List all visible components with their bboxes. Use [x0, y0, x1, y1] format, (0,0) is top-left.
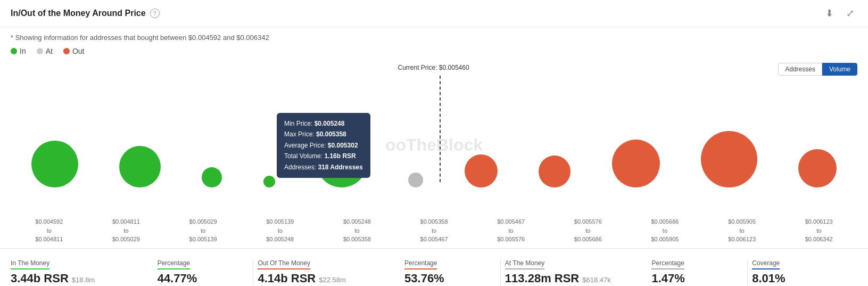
- price-label-2: $0.005029to$0.005139: [164, 217, 242, 244]
- legend-dot-in: [11, 48, 17, 54]
- bubble-6: [465, 154, 498, 187]
- stat-label-out: Out Of The Money: [258, 259, 310, 269]
- stat-pct-label-at: Percentage: [651, 259, 684, 269]
- price-label-3: $0.005139to$0.005248: [242, 217, 319, 244]
- stat-out-sub: $22.58m: [319, 276, 346, 284]
- separator-1: [253, 259, 253, 285]
- bubble-col-2: [202, 167, 222, 187]
- stats-row: In The Money 3.44b RSR $18.8m Percentage…: [0, 253, 868, 287]
- separator-2: [500, 259, 501, 285]
- tooltip-max-price: Max Price: $0.005358: [284, 129, 363, 140]
- legend-in: In: [11, 47, 26, 55]
- legend-dot-at: [37, 48, 43, 54]
- price-label-0: $0.004592to$0.004811: [11, 217, 88, 244]
- legend-out: Out: [63, 47, 85, 55]
- stat-out-value: 4.14b RSR: [258, 272, 316, 285]
- toggle-volume[interactable]: Volume: [822, 63, 857, 76]
- bubble-col-7: [539, 156, 571, 187]
- bubble-col-10: [798, 149, 837, 187]
- help-icon[interactable]: ?: [150, 9, 160, 18]
- price-label-1: $0.004811to$0.005029: [88, 217, 165, 244]
- legend: In At Out: [0, 44, 868, 61]
- legend-label-in: In: [20, 47, 26, 55]
- stat-coverage: Coverage 8.01%: [752, 259, 857, 285]
- bubble-0: [31, 141, 78, 187]
- stat-label-in: In The Money: [11, 259, 49, 269]
- bubble-9: [701, 131, 757, 187]
- price-label-4: $0.005248to$0.005358: [319, 217, 396, 244]
- stat-out-pct-block: Percentage 53.76%: [404, 259, 496, 285]
- bubble-2: [202, 167, 222, 187]
- view-toggles: Addresses Volume: [0, 61, 868, 76]
- stat-in-value: 3.44b RSR: [11, 272, 69, 285]
- stat-label-coverage: Coverage: [752, 259, 780, 269]
- stat-in-the-money: In The Money 3.44b RSR $18.8m: [11, 259, 158, 285]
- subtitle: * Showing information for addresses that…: [0, 27, 868, 44]
- stat-pct-label-out: Percentage: [404, 259, 437, 269]
- bubble-col-6: [465, 154, 498, 187]
- stat-out-pct: 53.76%: [404, 272, 444, 285]
- chart-area: ooTheBlock Current Price: $0.005460 Min …: [0, 76, 868, 214]
- header-actions: ⬇ ⤢: [822, 6, 857, 20]
- header-left: In/Out of the Money Around Price ?: [11, 9, 160, 18]
- toggle-addresses[interactable]: Addresses: [778, 63, 822, 76]
- tooltip-addresses: Addresses: 318 Addresses: [284, 162, 363, 173]
- price-labels-row: $0.004592to$0.004811$0.004811to$0.005029…: [0, 214, 868, 244]
- stat-in-pct: 44.77%: [158, 272, 197, 285]
- stat-in-sub: $18.8m: [72, 276, 95, 284]
- bubble-5: [408, 173, 423, 187]
- download-button[interactable]: ⬇: [822, 6, 837, 20]
- bubble-col-5: [408, 173, 423, 187]
- header: In/Out of the Money Around Price ? ⬇ ⤢: [0, 0, 868, 27]
- expand-button[interactable]: ⤢: [843, 6, 857, 20]
- bubble-col-8: [612, 140, 660, 187]
- bubble-3: [263, 176, 275, 187]
- legend-dot-out: [63, 48, 70, 54]
- stat-at-pct-block: Percentage 1.47%: [651, 259, 743, 285]
- stat-coverage-pct: 8.01%: [752, 272, 785, 285]
- price-label-10: $0.006123to$0.006342: [780, 217, 857, 244]
- price-label-8: $0.005686to$0.005905: [626, 217, 704, 244]
- tooltip-total-vol: Total Volume: 1.16b RSR: [284, 151, 363, 161]
- stat-label-at: At The Money: [505, 259, 544, 269]
- stat-at-pct: 1.47%: [651, 272, 684, 285]
- price-label-6: $0.005467to$0.005576: [473, 217, 550, 244]
- separator-3: [747, 259, 748, 285]
- bubble-col-1: [119, 146, 161, 187]
- price-label-7: $0.005576to$0.005686: [549, 217, 626, 244]
- price-label-5: $0.005358to$0.005467: [395, 217, 473, 244]
- bubble-col-3: [263, 176, 275, 187]
- tooltip-avg-price: Average Price: $0.005302: [284, 140, 363, 151]
- stat-in-pct-block: Percentage 44.77%: [158, 259, 249, 285]
- stat-at-value: 113.28m RSR: [505, 272, 579, 285]
- stat-at-the-money: At The Money 113.28m RSR $618.47k: [505, 259, 652, 285]
- stat-pct-label-in: Percentage: [158, 259, 190, 269]
- bubble-8: [612, 140, 660, 187]
- page-title: In/Out of the Money Around Price: [11, 9, 146, 18]
- tooltip: Min Price: $0.005248 Max Price: $0.00535…: [277, 113, 370, 178]
- tooltip-min-price: Min Price: $0.005248: [284, 118, 363, 129]
- bubble-col-9: [701, 131, 757, 187]
- stat-out-the-money: Out Of The Money 4.14b RSR $22.58m: [258, 259, 404, 285]
- stat-at-sub: $618.47k: [582, 276, 611, 284]
- bubble-1: [119, 146, 161, 187]
- legend-label-at: At: [46, 47, 53, 55]
- main-container: In/Out of the Money Around Price ? ⬇ ⤢ *…: [0, 0, 868, 286]
- legend-at: At: [37, 47, 53, 55]
- price-label-9: $0.005905to$0.006123: [704, 217, 781, 244]
- bubble-col-0: [31, 141, 78, 187]
- bubble-10: [798, 149, 837, 187]
- legend-label-out: Out: [72, 47, 85, 55]
- bubble-7: [539, 156, 571, 187]
- bubbles-row: [11, 81, 857, 187]
